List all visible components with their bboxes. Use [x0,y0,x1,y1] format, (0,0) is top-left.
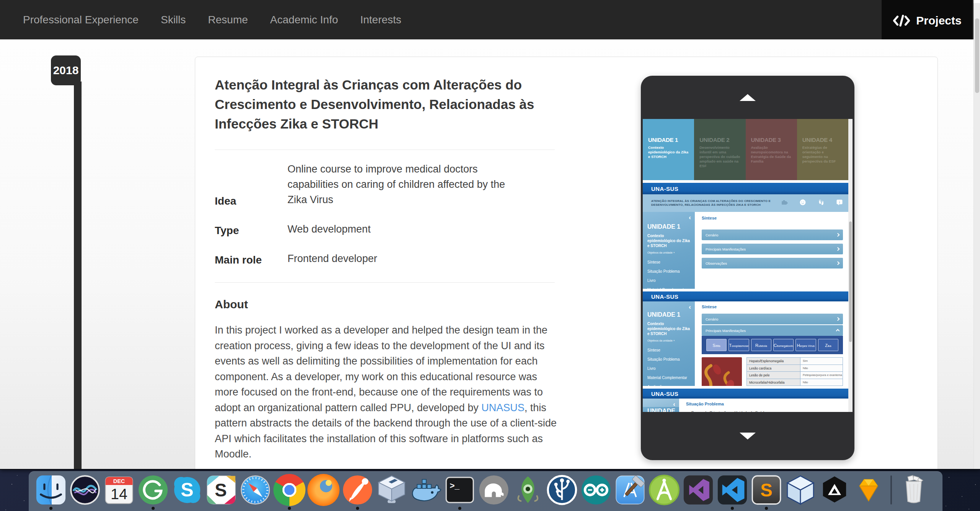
unasus-link[interactable]: UNASUS [481,402,524,413]
baby-icon[interactable] [799,199,806,207]
dock-icon-unity[interactable] [818,474,851,506]
sidebar-menu-situa-o-problema[interactable]: Situação Problema [647,269,691,273]
table-cell-value: Petéquias/púrpura e exantema [800,372,843,379]
dock-icon-calendar[interactable]: DEC14 [103,474,135,506]
chevron-up-icon [836,329,840,333]
sidebar-unit-subtitle: Contexto epidemiológico do Zika e STORCH [647,321,691,336]
docker-icon [410,474,442,506]
sidebar-menu-situa-o-problema[interactable]: Situação Problema [647,357,691,361]
dock-icon-sketch[interactable] [853,474,885,506]
calendar-icon: DEC14 [103,474,135,506]
accordion-row-manifestacoes[interactable]: Principais Manifestações [702,325,843,336]
chevron-right-icon [836,233,840,237]
dock-icon-mongodb-compass[interactable] [512,474,544,506]
field-label-type: Type [215,225,287,237]
table-cell-label: Microcefalia/Hidrocefalia [747,379,800,386]
browser-scrollbar[interactable] [973,3,980,470]
dock-icon-docker[interactable] [410,474,442,506]
dock-icon-sourcetree[interactable] [546,474,578,506]
table-cell-value: Não [800,365,843,372]
sidebar-menu-livro[interactable]: Livro [647,366,691,371]
nav-item-interests[interactable]: Interests [360,0,401,39]
dock-icon-safari[interactable] [239,474,271,506]
sidebar-menu-s-ntese[interactable]: Síntese [647,260,691,264]
tab-herpes-v-rus[interactable]: Herpes Vírus [795,339,816,351]
screenshot-manifestations[interactable]: UNA-SUS ‹UNIDADE 1Contexto epidemiológic… [643,291,848,386]
unit-sidebar: ‹UNIDADE 1Contexto epidemiológico do Zik… [643,212,695,289]
dock-icon-visual-studio[interactable] [682,474,714,506]
dock-icon-arduino[interactable] [580,474,612,506]
running-indicator-dot [152,507,155,510]
page-title: Síntese [702,216,845,220]
dock-icon-terminal[interactable]: >_ [444,474,476,506]
sidebar-menu-s-ntese[interactable]: Síntese [647,348,691,352]
info-icon[interactable]: i [836,199,843,207]
synthesis-row-observa-es[interactable]: Observações [702,258,843,269]
finder-icon [35,474,67,506]
nav-item-skills[interactable]: Skills [161,0,186,39]
tab-zika[interactable]: Zika [818,339,838,351]
tab-s-filis[interactable]: Sífilis [706,339,727,351]
synthesis-row-principais-manifesta-es[interactable]: Principais Manifestações [702,244,843,254]
main-pane: Síntese CenárioPrincipais ManifestaçõesO… [695,212,848,289]
divider [215,150,555,150]
sidebar-menu-material-complementar[interactable]: Material Complementar [647,376,691,380]
tab-citomegalov-rus[interactable]: Citomegalovírus [773,339,794,351]
nav-item-resume[interactable]: Resume [208,0,248,39]
dock-icon-siri[interactable] [69,474,101,506]
unasus-header: UNA-SUS [643,389,848,399]
unit-card-unidade-3[interactable]: UNIDADE 3Avaliação neuropsicomotora na E… [746,119,797,180]
dock-icon-sublime-text[interactable]: S [750,474,782,506]
nav-item-professional-experience[interactable]: Professional Experience [23,0,139,39]
sidebar-menu-material-complementar[interactable]: Material Complementar [647,288,691,289]
mongodb-compass-icon [512,474,544,506]
synthesis-rows: CenárioPrincipais ManifestaçõesObservaçõ… [702,229,845,269]
sidebar-menu-avalia-o[interactable]: Avaliação [647,385,691,386]
android-studio-icon [648,474,680,506]
dock-icon-slack[interactable]: S [205,474,237,506]
sidebar-menu-livro[interactable]: Livro [647,278,691,283]
unasus-header: UNA-SUS [643,291,848,301]
browser-scrollbar-thumb[interactable] [975,18,979,93]
dock-icon-android-studio[interactable] [648,474,680,506]
dock-icon-firefox[interactable] [307,474,340,506]
footprints-icon[interactable] [818,199,825,207]
screenshot-units[interactable]: UNIDADE 1Contexto epidemiológico da Zika… [643,119,848,180]
unit-card-unidade-2[interactable]: UNIDADE 2Desenvolvimento infantil em uma… [694,119,745,180]
synthesis-row-cen-rio[interactable]: Cenário [702,229,843,240]
dock-icon-trash[interactable] [898,474,930,506]
dock-icon-netbeans[interactable] [784,474,817,506]
dock-icon-postman[interactable] [341,474,374,506]
accordion-row-cenario[interactable]: Cenário [702,314,843,324]
sidebar-objectives[interactable]: Objetivos da unidade + [647,339,691,342]
mamp-icon [478,474,510,506]
sidebar-objectives[interactable]: Objetivos da unidade + [647,251,691,254]
dock-icon-virtualbox[interactable] [376,474,408,506]
dock-icon-skype[interactable]: S [171,474,203,506]
brand-label: Projects [916,14,961,27]
scroll-up-icon[interactable] [740,94,756,101]
screenshot-situacao[interactable]: UNA-SUS ‹UNIDADE 1 Situação Problema Bus… [643,389,848,412]
scroll-down-icon[interactable] [740,433,756,439]
dock-icon-chrome[interactable] [273,474,305,506]
projects-brand[interactable]: Projects [882,0,972,41]
dock-icon-vscode[interactable] [716,474,748,506]
puzzle-icon[interactable] [781,199,788,207]
timeline-year: 2018 [53,64,79,77]
dock-icon-mamp[interactable] [478,474,510,506]
unit-card-unidade-4[interactable]: UNIDADE 4Estratégias de orientação e seg… [797,119,848,180]
unit-card-unidade-1[interactable]: UNIDADE 1Contexto epidemiológico da Zika… [643,119,694,180]
phone-scrollbar-thumb[interactable] [849,221,852,342]
back-chevron-icon[interactable]: ‹ [689,215,691,220]
tab-rub-ola[interactable]: Rubéola [751,339,771,351]
nav-item-academic-info[interactable]: Academic Info [270,0,338,39]
screenshot-synthesis[interactable]: UNA-SUS ATENÇÃO INTEGRAL ÀS CRIANÇAS COM… [643,183,848,289]
dock-icon-grammarly[interactable] [137,474,169,506]
sidebar-unit-title: UNIDADE 1 [647,223,691,230]
grammarly-icon [137,474,169,506]
dock-icon-finder[interactable] [35,474,67,506]
phone-scrollbar[interactable] [848,119,853,412]
tab-toxoplasmose[interactable]: Toxoplasmose [728,339,749,351]
back-chevron-icon[interactable]: ‹ [689,304,691,310]
dock-icon-xcode[interactable] [614,474,646,506]
